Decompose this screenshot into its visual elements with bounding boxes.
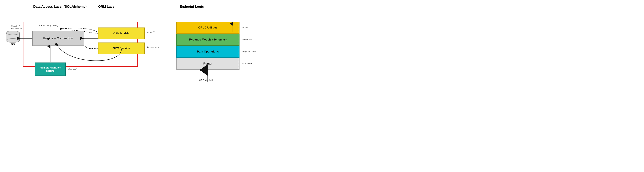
engine-connection-box: Engine + Connection — [32, 31, 84, 46]
crud-utilities-label: CRUD Utilities — [198, 26, 218, 29]
orm-session-box: ORM Session — [98, 43, 145, 54]
endpoint-section-header: Endpoint Logic — [180, 5, 204, 9]
models-path: models/* — [146, 31, 154, 33]
get-recipes-label: GET /recipes — [199, 79, 213, 81]
sqlalchemy-config-label: SQLAlchemy Config — [38, 24, 58, 27]
orm-section-header: ORM Layer — [98, 5, 116, 9]
orm-models-label: ORM Models — [114, 32, 130, 35]
router-label: Router — [204, 62, 212, 65]
session-path: db/session.py — [146, 46, 159, 48]
svg-point-3 — [6, 31, 20, 35]
sql-query-text: SELECT *FROM recipe; — [11, 25, 22, 30]
engine-connection-label: Engine + Connection — [43, 37, 73, 40]
schemas-path-label: schemas/* — [242, 38, 252, 41]
db-cylinder: DB — [5, 31, 20, 46]
orm-session-label: ORM Session — [113, 47, 130, 50]
router-code-label: router code — [242, 62, 253, 65]
pydantic-models-label: Pydantic Models (Schemas) — [189, 38, 227, 41]
crud-utilities-box: CRUD Utilities — [176, 22, 240, 34]
db-label: DB — [5, 43, 20, 46]
path-operations-box: Path Operations — [176, 46, 240, 58]
alembic-label: Alembic MigrationScripts — [40, 66, 61, 73]
orm-models-box: ORM Models — [98, 28, 145, 39]
pydantic-models-box: Pydantic Models (Schemas) — [176, 34, 240, 46]
alembic-box: Alembic MigrationScripts — [35, 63, 66, 76]
endpoint-stack: CRUD Utilities Pydantic Models (Schemas)… — [176, 22, 240, 70]
router-box: Router — [176, 58, 240, 70]
endpoint-code-label: endpoint code — [242, 50, 256, 53]
svg-point-2 — [6, 39, 20, 43]
crud-path-label: crud/* — [242, 26, 248, 29]
alembic-path: alembic/* — [68, 68, 77, 71]
dal-section-header: Data Access Layer (SQLAlchemy) — [33, 5, 87, 9]
diagram-container: Data Access Layer (SQLAlchemy) ORM Layer… — [0, 0, 322, 86]
path-operations-label: Path Operations — [197, 50, 219, 53]
